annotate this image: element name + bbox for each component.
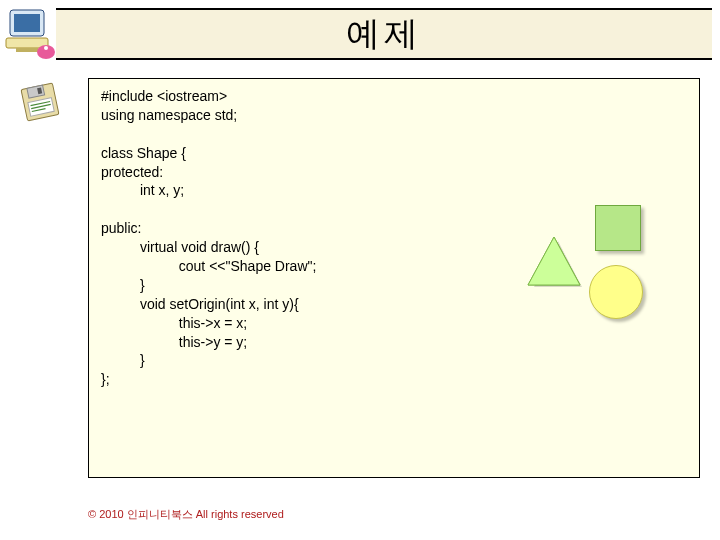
circle-shape [589,265,643,319]
page-title: 예제 [346,11,422,57]
code-block: #include <iostream> using namespace std;… [88,78,700,478]
floppy-disk-icon [16,78,64,126]
computer-icon [4,4,58,62]
svg-marker-15 [528,237,580,285]
svg-rect-3 [16,48,38,52]
slide-header: 예제 [0,0,720,70]
svg-rect-1 [14,14,40,32]
square-shape [595,205,641,251]
svg-point-5 [44,46,48,50]
decorative-shapes [529,199,669,339]
copyright-footer: © 2010 인피니티북스 All rights reserved [88,507,284,522]
title-bar: 예제 [56,8,712,60]
triangle-shape [525,235,583,289]
